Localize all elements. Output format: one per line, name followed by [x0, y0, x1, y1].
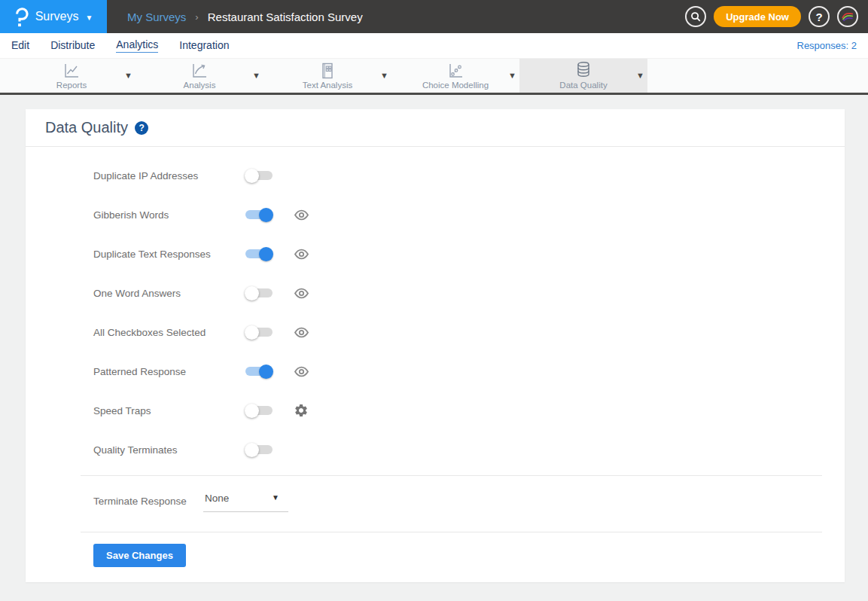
chevron-down-icon: ▼: [85, 14, 93, 22]
help-button[interactable]: ?: [809, 6, 830, 27]
responses-count[interactable]: Responses: 2: [797, 40, 857, 51]
page-title: Data Quality: [45, 119, 128, 136]
setting-label: Quality Terminates: [93, 444, 245, 456]
toggle-knob: [245, 325, 259, 340]
setting-label: Duplicate IP Addresses: [93, 170, 245, 182]
setting-row: One Word Answers: [93, 273, 845, 313]
data-quality-panel: Data Quality ? Duplicate IP Addresses Gi…: [26, 109, 845, 582]
subnav-label: Analysis: [184, 81, 216, 90]
line-chart-icon: [62, 63, 81, 79]
toggle-knob: [245, 286, 259, 300]
setting-row: Gibberish Words: [93, 195, 845, 234]
preview-eye-icon[interactable]: [292, 249, 310, 260]
preview-eye-icon[interactable]: [292, 366, 310, 377]
search-icon: [690, 11, 702, 23]
help-tooltip-icon[interactable]: ?: [135, 121, 148, 135]
subnav-item-text-analysis[interactable]: Text Analysis ▼: [263, 59, 391, 93]
toggle-knob: [259, 247, 273, 261]
toggle-knob: [245, 443, 259, 457]
subnav-label: Choice Modelling: [422, 81, 489, 90]
chevron-down-icon[interactable]: ▼: [252, 71, 260, 80]
toggle-knob: [259, 208, 273, 222]
setting-label: One Word Answers: [93, 288, 245, 299]
divider: [81, 532, 822, 532]
setting-row: Duplicate Text Responses: [93, 234, 845, 273]
toggle-switch-on[interactable]: [245, 249, 273, 258]
selected-value: None: [205, 493, 229, 504]
toggle-switch-off[interactable]: [245, 445, 273, 454]
upgrade-now-button[interactable]: Upgrade Now: [714, 6, 801, 27]
breadcrumb-parent[interactable]: My Surveys: [127, 11, 186, 23]
setting-label: Duplicate Text Responses: [93, 249, 245, 260]
toggle-switch-off[interactable]: [245, 171, 273, 180]
breadcrumb-separator-icon: ›: [195, 11, 198, 23]
terminate-response-label: Terminate Response: [93, 496, 203, 507]
setting-row: Quality Terminates: [93, 430, 845, 469]
account-logo-icon: [840, 11, 855, 23]
subnav-item-reports[interactable]: Reports ▼: [8, 59, 136, 93]
page-body: Data Quality ? Duplicate IP Addresses Gi…: [0, 95, 868, 582]
chevron-down-icon[interactable]: ▼: [124, 71, 132, 80]
chevron-down-icon[interactable]: ▼: [508, 71, 516, 80]
terminate-response-select[interactable]: None ▼: [203, 490, 288, 512]
settings-gear-icon[interactable]: [292, 403, 310, 418]
questionpro-logo-icon: [14, 7, 29, 27]
subnav-item-choice-modelling[interactable]: Choice Modelling ▼: [391, 59, 519, 93]
top-bar: Surveys ▼ My Surveys › Restaurant Satisf…: [0, 0, 868, 33]
tab-distribute[interactable]: Distribute: [50, 39, 95, 53]
toggle-knob: [259, 365, 273, 379]
top-actions: Upgrade Now ?: [685, 6, 858, 27]
breadcrumb-current: Restaurant Satisfaction Survey: [208, 11, 363, 23]
chevron-down-icon[interactable]: ▼: [636, 71, 644, 80]
trend-arrow-icon: [190, 63, 209, 79]
setting-label: Patterned Response: [93, 366, 245, 377]
setting-row: Duplicate IP Addresses: [93, 156, 845, 195]
app-switcher[interactable]: Surveys ▼: [0, 0, 107, 33]
tab-integration[interactable]: Integration: [179, 39, 229, 53]
toggle-knob: [245, 169, 259, 183]
setting-label: Speed Traps: [93, 405, 245, 416]
subnav-label: Reports: [56, 81, 87, 90]
chevron-down-icon[interactable]: ▼: [380, 71, 388, 80]
toggle-switch-off[interactable]: [245, 288, 273, 297]
toggle-switch-on[interactable]: [245, 210, 273, 219]
document-grid-icon: [319, 63, 336, 79]
tab-analytics[interactable]: Analytics: [116, 38, 158, 53]
toggle-switch-on[interactable]: [245, 367, 273, 376]
chevron-down-icon: ▼: [272, 493, 279, 502]
toggle-switch-off[interactable]: [245, 328, 273, 337]
terminate-response-row: Terminate Response None ▼: [26, 476, 845, 526]
analytics-subnav: Reports ▼ Analysis ▼ Text Analysis ▼: [0, 58, 868, 93]
subnav-item-data-quality[interactable]: Data Quality ▼: [519, 59, 647, 93]
settings-rows: Duplicate IP Addresses Gibberish Words D…: [26, 147, 845, 469]
preview-eye-icon[interactable]: [292, 209, 310, 221]
subnav-label: Data Quality: [559, 81, 607, 90]
preview-eye-icon[interactable]: [292, 288, 310, 299]
avatar[interactable]: [837, 6, 858, 27]
setting-label: Gibberish Words: [93, 209, 245, 221]
breadcrumb: My Surveys › Restaurant Satisfaction Sur…: [127, 11, 363, 23]
setting-row: Patterned Response: [93, 352, 845, 391]
save-changes-button[interactable]: Save Changes: [93, 544, 186, 567]
brand-label: Surveys: [35, 10, 79, 23]
toggle-switch-off[interactable]: [245, 406, 273, 415]
subnav-item-analysis[interactable]: Analysis ▼: [136, 59, 263, 93]
panel-header: Data Quality ?: [26, 109, 845, 147]
toggle-knob: [245, 404, 259, 418]
survey-tab-bar: Edit Distribute Analytics Integration Re…: [0, 33, 868, 58]
setting-label: All Checkboxes Selected: [93, 327, 245, 338]
database-icon: [574, 63, 592, 79]
setting-row: All Checkboxes Selected: [93, 313, 845, 352]
preview-eye-icon[interactable]: [292, 327, 310, 338]
scatter-plot-icon: [446, 63, 464, 79]
search-button[interactable]: [685, 6, 706, 27]
subnav-label: Text Analysis: [303, 81, 352, 90]
setting-row: Speed Traps: [93, 391, 845, 430]
tab-edit[interactable]: Edit: [11, 39, 29, 53]
